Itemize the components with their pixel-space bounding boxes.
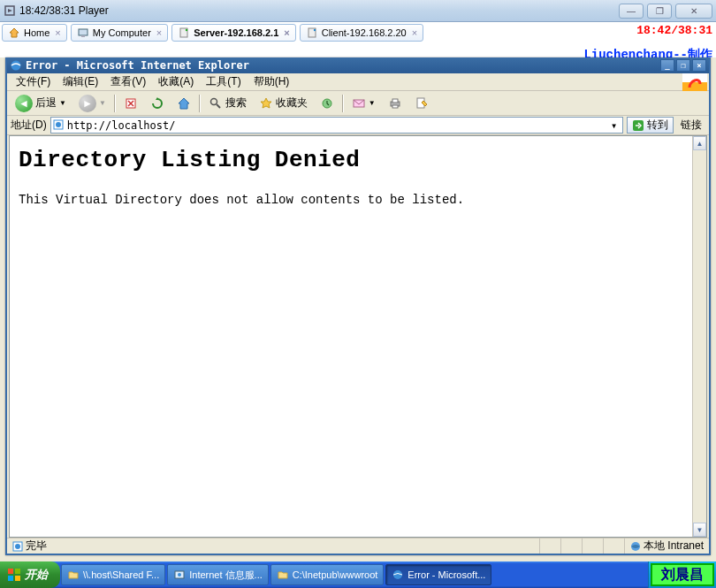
taskbar-item-label: Internet 信息服... xyxy=(189,569,263,582)
edit-button[interactable] xyxy=(410,94,433,113)
address-input[interactable]: http://localhost/ ▾ xyxy=(50,117,623,134)
go-arrow-icon xyxy=(632,119,644,132)
search-button[interactable]: 搜索 xyxy=(204,94,251,113)
ie-titlebar: Error - Microsoft Internet Explorer _ ❐ … xyxy=(7,57,709,73)
dropdown-icon: ▼ xyxy=(59,99,66,107)
done-icon xyxy=(12,541,23,552)
stop-button[interactable] xyxy=(119,94,142,113)
address-label: 地址(D) xyxy=(11,118,47,133)
tab-close-icon[interactable]: × xyxy=(284,27,289,38)
start-label: 开始 xyxy=(25,567,48,583)
vertical-scrollbar[interactable]: ▲ ▼ xyxy=(692,136,706,537)
menu-file[interactable]: 文件(F) xyxy=(11,73,56,91)
mail-button[interactable]: ▼ xyxy=(347,94,380,113)
menu-favorites[interactable]: 收藏(A) xyxy=(153,73,199,91)
svg-rect-2 xyxy=(81,35,85,37)
favorites-button[interactable]: 收藏夹 xyxy=(255,94,312,113)
player-title: 18:42/38:31 Player xyxy=(19,4,619,17)
ie-minimize-button[interactable]: _ xyxy=(660,59,674,72)
watermark-stamp: 刘晨昌 xyxy=(651,563,714,586)
edit-icon xyxy=(415,96,429,111)
svg-point-6 xyxy=(314,29,316,31)
page-icon xyxy=(53,119,65,132)
maximize-button[interactable]: ❐ xyxy=(647,4,672,19)
windows-taskbar: 开始 \\.host\Shared F... Internet 信息服... C… xyxy=(0,561,716,588)
folder-icon xyxy=(277,569,289,581)
print-button[interactable] xyxy=(384,94,407,113)
close-button[interactable]: ✕ xyxy=(675,4,712,19)
window-buttons: — ❐ ✕ xyxy=(619,4,712,19)
svg-rect-24 xyxy=(8,576,13,581)
taskbar-item-label: Error - Microsoft... xyxy=(408,569,485,580)
taskbar-item[interactable]: Error - Microsoft... xyxy=(385,564,491,585)
zone-icon xyxy=(630,541,641,552)
minimize-button[interactable]: — xyxy=(619,4,644,19)
back-button[interactable]: ◄ 后退 ▼ xyxy=(11,94,71,113)
tab-close-icon[interactable]: × xyxy=(55,27,60,38)
search-icon xyxy=(209,96,223,111)
address-url: http://localhost/ xyxy=(67,119,607,132)
svg-rect-22 xyxy=(8,569,13,574)
svg-rect-14 xyxy=(392,105,398,108)
player-tabbar-spacer: Liuchenchang--制作 xyxy=(0,43,716,57)
scroll-up-icon[interactable]: ▲ xyxy=(693,136,706,150)
ie-icon xyxy=(392,569,404,581)
tab-label: My Computer xyxy=(93,27,151,38)
forward-button[interactable]: ► ▼ xyxy=(74,94,110,113)
search-label: 搜索 xyxy=(225,95,247,111)
status-cell xyxy=(539,538,560,554)
scroll-track[interactable] xyxy=(693,150,706,523)
ie-title-text: Error - Microsoft Internet Explorer xyxy=(26,59,249,72)
home-button[interactable] xyxy=(172,94,195,113)
computer-icon xyxy=(77,27,89,39)
menu-edit[interactable]: 编辑(E) xyxy=(57,73,103,91)
dropdown-icon: ▼ xyxy=(369,99,376,107)
ie-page: Directory Listing Denied This Virtual Di… xyxy=(10,136,692,537)
tab-label: Client-192.168.2.20 xyxy=(322,27,407,38)
ie-toolbar: ◄ 后退 ▼ ► ▼ 搜索 收藏夹 ▼ xyxy=(7,91,709,116)
home-icon xyxy=(8,27,20,39)
taskbar-item[interactable]: C:\Inetpub\wwwroot xyxy=(270,564,385,585)
menu-view[interactable]: 查看(V) xyxy=(105,73,151,91)
separator xyxy=(342,95,344,112)
ie-window: Error - Microsoft Internet Explorer _ ❐ … xyxy=(5,57,711,555)
taskbar-item[interactable]: Internet 信息服... xyxy=(167,564,269,585)
ie-icon xyxy=(10,59,22,72)
star-icon xyxy=(259,96,273,111)
taskbar-item[interactable]: \\.host\Shared F... xyxy=(61,564,165,585)
ie-close-button[interactable]: × xyxy=(692,59,706,72)
tab-server[interactable]: Server-192.168.2.1 × xyxy=(171,24,295,42)
separator xyxy=(114,95,116,112)
links-label[interactable]: 链接 xyxy=(677,118,705,133)
tab-close-icon[interactable]: × xyxy=(412,27,417,38)
go-label: 转到 xyxy=(647,118,668,133)
svg-point-17 xyxy=(56,122,61,127)
ie-addressbar: 地址(D) http://localhost/ ▾ 转到 链接 xyxy=(7,116,709,135)
client-icon xyxy=(306,27,318,39)
windows-flag-icon xyxy=(7,568,21,582)
tab-close-icon[interactable]: × xyxy=(156,27,162,38)
refresh-button[interactable] xyxy=(146,94,169,113)
tab-home[interactable]: Home × xyxy=(2,24,67,42)
folder-icon xyxy=(67,569,80,581)
tab-client[interactable]: Client-192.168.2.20 × xyxy=(300,24,423,42)
ie-throbber-icon xyxy=(682,73,707,91)
home-icon xyxy=(177,96,191,111)
refresh-icon xyxy=(150,96,164,111)
menu-tools[interactable]: 工具(T) xyxy=(201,73,246,91)
taskbar-item-label: \\.host\Shared F... xyxy=(83,569,159,580)
back-arrow-icon: ◄ xyxy=(15,95,33,112)
scroll-down-icon[interactable]: ▼ xyxy=(693,523,706,537)
go-button[interactable]: 转到 xyxy=(627,117,674,134)
status-zone-text: 本地 Intranet xyxy=(644,538,704,554)
svg-point-4 xyxy=(186,29,187,31)
menu-help[interactable]: 帮助(H) xyxy=(248,73,295,91)
svg-point-28 xyxy=(393,570,402,579)
status-zone: 本地 Intranet xyxy=(624,538,709,554)
start-button[interactable]: 开始 xyxy=(0,561,60,588)
ie-restore-button[interactable]: ❐ xyxy=(676,59,690,72)
address-dropdown-icon[interactable]: ▾ xyxy=(607,119,621,132)
tab-mycomputer[interactable]: My Computer × xyxy=(71,24,168,42)
history-button[interactable] xyxy=(316,94,339,113)
taskbar-item-label: C:\Inetpub\wwwroot xyxy=(293,569,378,580)
